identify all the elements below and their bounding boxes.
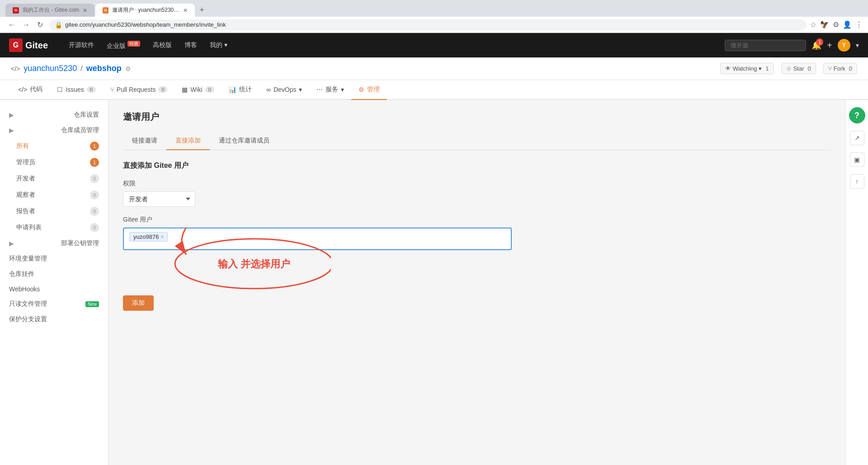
sidebar-item-request-list[interactable]: 申请列表 0 xyxy=(0,219,108,236)
tab-link-invite[interactable]: 链接邀请 xyxy=(123,132,166,150)
sidebar-arrow-repo-settings: ▶ xyxy=(9,111,14,119)
user-tag[interactable]: yuzo9876 × xyxy=(129,232,168,242)
reporter-count: 0 xyxy=(90,207,99,216)
help-button[interactable]: ? xyxy=(849,107,865,123)
new-badge: New xyxy=(85,301,99,307)
repo-actions: 👁 Watching ▾ 1 ☆ Star 0 ⑂ Fork 0 xyxy=(720,63,857,74)
nav-blog[interactable]: 博客 xyxy=(179,38,203,52)
nav-manage[interactable]: ⚙ 管理 xyxy=(351,80,387,100)
browser-toolbar-icons: ☆ 🦅 ⚙ 👤 ⋮ xyxy=(810,20,863,29)
nav-mine[interactable]: 我的 ▾ xyxy=(204,38,233,52)
all-count: 1 xyxy=(90,142,99,151)
terminal-icon[interactable]: ▣ xyxy=(850,152,864,167)
service-dropdown: ▾ xyxy=(341,86,344,93)
lock-icon: 🔒 xyxy=(55,21,62,28)
create-icon[interactable]: + xyxy=(827,40,832,51)
nav-pullrequests[interactable]: ⑂ Pull Requests 0 xyxy=(103,80,175,100)
main-layout: ▶ 仓库设置 ▶ 仓库成员管理 所有 1 管理员 1 开发者 0 观察者 0 报… xyxy=(0,100,868,465)
gitee-nav: 开源软件 企业版 特惠 高校版 博客 我的 ▾ xyxy=(63,38,233,53)
nav-code[interactable]: </> 代码 xyxy=(11,80,50,100)
repo-settings-icon[interactable]: ⚙ xyxy=(125,65,131,72)
watch-button[interactable]: 👁 Watching ▾ 1 xyxy=(720,63,774,74)
extension-icon-2[interactable]: ⚙ xyxy=(833,20,839,29)
avatar-dropdown-icon[interactable]: ▾ xyxy=(856,42,859,49)
sidebar-arrow-deploy: ▶ xyxy=(9,240,14,247)
add-button[interactable]: 添加 xyxy=(123,295,154,311)
header-right: 🔔 1 + Y ▾ xyxy=(725,39,859,52)
wiki-badge: 0 xyxy=(205,86,214,93)
sidebar-item-readonly-files[interactable]: 只读文件管理 New xyxy=(0,296,108,312)
repo-name-link[interactable]: webshop xyxy=(86,64,122,73)
repo-header: </> yuanchun5230 / webshop ⚙ 👁 Watching … xyxy=(0,57,868,80)
nav-devops[interactable]: ∞ DevOps ▾ xyxy=(259,80,310,100)
tab-direct-add[interactable]: 直接添加 xyxy=(166,132,210,150)
tab-close-2[interactable]: ✕ xyxy=(183,7,188,14)
browser-tabs: G 我的工作台 - Gitee.com ✕ G 邀请用户 · yuanchun5… xyxy=(5,4,863,17)
star-label: Star xyxy=(793,65,804,72)
request-count: 0 xyxy=(90,223,99,232)
address-bar[interactable]: 🔒 gitee.com/yuanchun5230/webshop/team_me… xyxy=(49,19,807,30)
code-icon: </> xyxy=(11,65,20,72)
user-avatar[interactable]: Y xyxy=(838,39,850,52)
notification-icon[interactable]: 🔔 1 xyxy=(811,40,821,50)
wiki-icon: ▦ xyxy=(182,86,188,93)
browser-tab-2[interactable]: G 邀请用户 · yuanchun5230/web... ✕ xyxy=(95,4,195,17)
title-separator: / xyxy=(80,65,82,73)
permission-select[interactable]: 开发者 xyxy=(123,191,195,207)
sidebar-item-all[interactable]: 所有 1 xyxy=(0,138,108,154)
tab-repo-invite[interactable]: 通过仓库邀请成员 xyxy=(210,132,278,150)
permission-label: 权限 xyxy=(123,180,831,188)
nav-enterprise[interactable]: 企业版 特惠 xyxy=(101,38,146,53)
sidebar-item-watcher[interactable]: 观察者 0 xyxy=(0,187,108,203)
star-button[interactable]: ☆ Star 0 xyxy=(781,63,816,74)
nav-stats[interactable]: 📊 统计 xyxy=(222,80,259,100)
address-text[interactable]: gitee.com/yuanchun5230/webshop/team_memb… xyxy=(65,21,801,28)
new-tab-button[interactable]: + xyxy=(196,4,208,17)
sidebar-item-branch-protect[interactable]: 保护分支设置 xyxy=(0,312,108,327)
sidebar-item-developer[interactable]: 开发者 0 xyxy=(0,171,108,187)
repo-owner-link[interactable]: yuanchun5230 xyxy=(24,64,77,73)
sidebar-item-reporter[interactable]: 报告者 0 xyxy=(0,203,108,219)
tab-close-1[interactable]: ✕ xyxy=(83,7,87,14)
gitee-logo-icon: G xyxy=(9,38,23,52)
back-button[interactable]: ← xyxy=(5,19,18,31)
user-input-area[interactable]: yuzo9876 × xyxy=(123,228,512,250)
user-tag-close-icon[interactable]: × xyxy=(160,234,164,240)
search-input[interactable] xyxy=(725,40,806,51)
refresh-button[interactable]: ↻ xyxy=(34,19,46,31)
sidebar-item-admin[interactable]: 管理员 1 xyxy=(0,154,108,171)
pr-icon: ⑂ xyxy=(110,86,114,93)
nav-wiki[interactable]: ▦ Wiki 0 xyxy=(175,80,222,100)
notification-badge: 1 xyxy=(816,38,823,46)
repo-title: </> yuanchun5230 / webshop ⚙ xyxy=(11,64,131,73)
gitee-logo[interactable]: G Gitee xyxy=(9,38,48,52)
user-field-group: Gitee 用户 yuzo9876 × xyxy=(123,216,831,250)
fork-icon: ⑂ xyxy=(828,65,832,72)
sidebar-item-webhooks[interactable]: WebHooks xyxy=(0,282,108,296)
sidebar-item-member-manage[interactable]: ▶ 仓库成员管理 xyxy=(0,123,108,138)
extension-icon-1[interactable]: 🦅 xyxy=(820,20,829,29)
user-field-label: Gitee 用户 xyxy=(123,216,831,224)
nav-opensource[interactable]: 开源软件 xyxy=(63,38,99,52)
external-link-icon[interactable]: ↗ xyxy=(850,131,864,145)
section-title: 直接添加 Gitee 用户 xyxy=(123,161,831,171)
sidebar-item-widgets[interactable]: 仓库挂件 xyxy=(0,266,108,282)
sidebar-item-deploy-keys[interactable]: ▶ 部署公钥管理 xyxy=(0,236,108,251)
profile-icon[interactable]: 👤 xyxy=(843,20,852,29)
scroll-up-icon[interactable]: ↑ xyxy=(850,174,864,189)
menu-icon[interactable]: ⋮ xyxy=(855,20,863,29)
right-sidebar: ? ↗ ▣ ↑ xyxy=(845,100,868,465)
pr-badge: 0 xyxy=(158,86,167,93)
nav-issues[interactable]: ☐ Issues 0 xyxy=(50,80,103,100)
nav-university[interactable]: 高校版 xyxy=(147,38,177,52)
nav-service[interactable]: ⋯ 服务 ▾ xyxy=(309,80,351,100)
tab-title-1: 我的工作台 - Gitee.com xyxy=(23,6,79,14)
sidebar-item-env-vars[interactable]: 环境变量管理 xyxy=(0,251,108,266)
sidebar-item-repo-settings[interactable]: ▶ 仓库设置 xyxy=(0,107,108,123)
sidebar: ▶ 仓库设置 ▶ 仓库成员管理 所有 1 管理员 1 开发者 0 观察者 0 报… xyxy=(0,100,108,465)
browser-tab-1[interactable]: G 我的工作台 - Gitee.com ✕ xyxy=(5,4,94,17)
forward-button[interactable]: → xyxy=(20,19,33,31)
fork-button[interactable]: ⑂ Fork 0 xyxy=(823,63,857,74)
tab-favicon-1: G xyxy=(13,7,19,14)
star-bookmark-icon[interactable]: ☆ xyxy=(810,20,816,29)
